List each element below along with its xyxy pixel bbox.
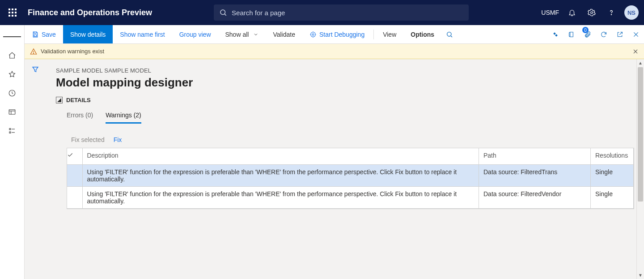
options-menu[interactable]: Options [403, 25, 441, 43]
search-icon [219, 9, 227, 17]
filter-pane-toggle[interactable] [31, 65, 39, 279]
options-label: Options [411, 31, 434, 38]
view-menu[interactable]: View [376, 25, 403, 43]
help-button[interactable] [602, 2, 621, 23]
details-tabs: Errors (0) Warnings (2) [56, 110, 634, 124]
refresh-button[interactable] [596, 25, 612, 43]
nav-favorites[interactable] [3, 66, 21, 82]
svg-rect-15 [553, 32, 556, 35]
office-addins-button[interactable] [564, 25, 580, 43]
user-avatar[interactable]: NS [624, 5, 639, 20]
gear-icon [588, 9, 596, 17]
debug-icon [309, 31, 317, 38]
show-details-button[interactable]: Show details [63, 25, 113, 43]
search-icon [446, 31, 453, 38]
warning-icon [30, 48, 37, 55]
svg-point-12 [311, 32, 316, 37]
home-icon [8, 52, 16, 60]
workspace-icon [8, 108, 16, 116]
page-title: Model mapping designer [56, 76, 634, 90]
cell-path: Data source: FilteredVendor [479, 186, 591, 208]
cell-description: Using 'FILTER' function for the expressi… [82, 186, 479, 208]
filter-icon [31, 65, 39, 73]
search-placeholder: Search for a page [232, 9, 285, 17]
popout-icon [616, 31, 623, 38]
personalize-button[interactable] [547, 25, 564, 43]
nav-home[interactable] [3, 47, 21, 64]
show-name-first-button[interactable]: Show name first [113, 25, 172, 43]
svg-point-11 [312, 34, 314, 35]
svg-point-0 [220, 10, 225, 15]
details-collapse-toggle[interactable] [56, 97, 63, 103]
scroll-down-button[interactable]: ▼ [637, 271, 644, 279]
show-all-button[interactable]: Show all [218, 25, 266, 43]
view-label: View [383, 31, 396, 38]
star-icon [8, 70, 16, 78]
tab-errors-label: Errors (0) [67, 112, 93, 119]
nav-workspaces[interactable] [3, 104, 21, 120]
col-path[interactable]: Path [479, 148, 591, 164]
cell-resolutions: Single [591, 186, 634, 208]
save-button[interactable]: Save [25, 25, 63, 43]
vertical-scrollbar[interactable]: ▲ ▼ [636, 59, 644, 279]
cell-resolutions: Single [591, 164, 634, 186]
app-title: Finance and Operations Preview [28, 8, 152, 17]
nav-recent[interactable] [3, 85, 21, 101]
svg-rect-6 [9, 129, 11, 130]
start-debugging-button[interactable]: Start Debugging [302, 25, 372, 43]
tab-errors[interactable]: Errors (0) [67, 110, 93, 124]
cell-path: Data source: FilteredTrans [479, 164, 591, 186]
nav-modules[interactable] [3, 123, 21, 139]
checkmark-icon [67, 152, 73, 158]
warnings-grid: Description Path Resolutions Using 'FILT… [67, 148, 634, 209]
save-icon [32, 31, 39, 38]
start-debugging-label: Start Debugging [319, 31, 364, 38]
svg-line-14 [451, 36, 452, 37]
attachments-button[interactable]: 0 [580, 25, 596, 43]
validate-button[interactable]: Validate [266, 25, 302, 43]
svg-point-3 [611, 14, 611, 15]
popout-button[interactable] [612, 25, 628, 43]
select-all-header[interactable] [67, 148, 82, 164]
action-pane: Save Show details Show name first Group … [25, 25, 644, 44]
waffle-icon [8, 9, 17, 17]
page-content: SAMPLE MODEL SAMPLE MODEL Model mapping … [46, 59, 644, 279]
col-description[interactable]: Description [82, 148, 479, 164]
svg-point-13 [447, 32, 451, 36]
svg-rect-7 [9, 132, 11, 133]
scroll-up-button[interactable]: ▲ [637, 59, 644, 67]
banner-close-button[interactable] [632, 48, 639, 55]
chevron-down-icon [253, 32, 258, 37]
tab-warnings[interactable]: Warnings (2) [106, 110, 141, 124]
diamond-icon [552, 31, 559, 38]
notifications-button[interactable] [563, 2, 581, 23]
validate-label: Validate [273, 31, 295, 38]
find-button[interactable] [441, 25, 458, 43]
svg-point-20 [33, 53, 34, 53]
settings-button[interactable] [582, 2, 601, 23]
company-picker[interactable]: USMF [538, 9, 562, 16]
refresh-icon [600, 31, 607, 38]
left-nav-rail [0, 25, 25, 279]
col-resolutions[interactable]: Resolutions [591, 148, 634, 164]
cell-description: Using 'FILTER' function for the expressi… [82, 164, 479, 186]
close-icon [632, 48, 639, 55]
fix-button[interactable]: Fix [114, 136, 122, 143]
close-page-button[interactable] [628, 25, 644, 43]
table-row[interactable]: Using 'FILTER' function for the expressi… [67, 186, 634, 208]
global-search[interactable]: Search for a page [214, 4, 469, 21]
svg-line-1 [225, 14, 226, 15]
grid-toolbar: Fix selected Fix [56, 126, 634, 148]
help-icon [607, 9, 615, 17]
topbar: Finance and Operations Preview Search fo… [0, 0, 644, 25]
app-launcher-button[interactable] [2, 2, 23, 23]
group-view-button[interactable]: Group view [172, 25, 218, 43]
row-select[interactable] [67, 186, 82, 208]
attachments-count: 0 [582, 27, 589, 33]
nav-expand-button[interactable] [3, 29, 21, 45]
scroll-thumb[interactable] [638, 67, 643, 202]
table-row[interactable]: Using 'FILTER' function for the expressi… [67, 164, 634, 186]
row-select[interactable] [67, 164, 82, 186]
fix-selected-button[interactable]: Fix selected [71, 136, 105, 143]
show-all-label: Show all [225, 31, 249, 38]
